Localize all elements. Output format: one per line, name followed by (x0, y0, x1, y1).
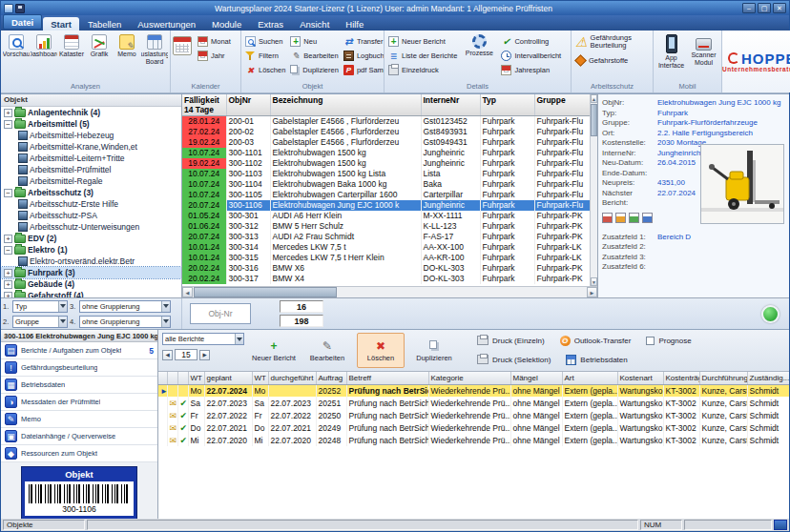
grafik-button[interactable]: Grafik (86, 32, 113, 82)
maximize-button[interactable]: ▢ (758, 3, 771, 13)
tree-leaf-item[interactable]: Arbeitsschutz-Unterweisungen (1, 221, 181, 233)
filtern-button[interactable]: Filtern (243, 50, 287, 62)
col-bezeichnung[interactable]: Bezeichnung (270, 94, 421, 116)
col-faelligkeit[interactable]: Fälligkeit14 Tage (182, 94, 226, 116)
expand-toggle-icon[interactable]: + (4, 292, 12, 298)
expand-toggle-icon[interactable]: + (4, 280, 12, 289)
neu-button[interactable]: Neu (288, 35, 341, 48)
pdf-sammelmappe-button[interactable]: pdf Sammelmappe (342, 64, 385, 76)
col-typ[interactable]: Typ (480, 94, 534, 116)
object-row[interactable]: 19.02.24300-1102Elektrohubwagen 1500 kgJ… (182, 158, 590, 169)
scroll-up-icon[interactable]: ▲ (591, 94, 597, 103)
object-row[interactable]: 10.01.24300-314Mercedes LKW 7,5 tAA-XX-1… (182, 242, 590, 253)
gefahrstoffe-button[interactable]: Gefahrstoffe (573, 53, 630, 68)
tree-folder-item[interactable]: −Arbeitsmittel (5) (1, 118, 181, 130)
gruppierung-select-2[interactable]: ohne Gruppierung (79, 316, 171, 328)
object-row[interactable]: 20.02.24300-316BMW X6DO-KL-303FuhrparkFu… (182, 263, 590, 274)
typ-select[interactable]: Typ (12, 300, 68, 313)
object-row[interactable]: 20.07.24300-313AUDI A2 Frau SchmidtF-AS-… (182, 232, 590, 242)
gruppe-select[interactable]: Gruppe (12, 316, 68, 328)
object-nav-item[interactable]: ▣Dateianhänge / Querverweise (1, 428, 157, 445)
neuer-bericht-button[interactable]: Neuer Bericht (386, 35, 459, 48)
expand-toggle-icon[interactable]: + (4, 269, 12, 277)
print-single-button[interactable]: Druck (Einzeln) (477, 333, 545, 348)
jahr-button[interactable]: Jahr (196, 50, 233, 62)
scrollbar-thumb[interactable] (591, 104, 597, 136)
expand-toggle-icon[interactable]: + (4, 109, 12, 117)
report-row[interactable]: ✉✔Sa22.07.2023Sa22.07.202320251Prüfung n… (158, 397, 789, 409)
report-col-kostentrger[interactable]: Kostenträger (663, 372, 699, 384)
col-objnr[interactable]: ObjNr (226, 94, 270, 116)
app-interface-button[interactable]: App Interface (655, 32, 687, 82)
report-col-durchfhrung[interactable]: Durchführung/... (699, 372, 747, 384)
prozesse-button[interactable]: Prozesse (460, 32, 498, 82)
report-col-art[interactable]: Art (562, 372, 617, 384)
report-row[interactable]: ►Mo22.07.2024Mo20252Prüfung nach BetrSic… (158, 384, 789, 397)
vertical-scrollbar[interactable]: ▲ ▼ (590, 94, 597, 286)
object-row[interactable]: 01.06.24300-312BMW 5 Herr SchulzK-LL-123… (182, 221, 590, 232)
horizontal-scrollbar[interactable]: ◀ ▶ (182, 286, 597, 297)
tab-tabellen[interactable]: Tabellen (80, 17, 129, 31)
object-row[interactable]: 10.07.24300-1103Elektrohubwagen 1500 kg … (182, 169, 590, 179)
object-row[interactable]: 20.07.24300-1106Elektrohubwagen Jung EJC… (182, 200, 590, 211)
col-gruppe[interactable]: Gruppe (534, 94, 590, 116)
tree-folder-item[interactable]: +Gebäude (4) (1, 278, 181, 290)
tree-folder-item[interactable]: −Elektro (1) (1, 244, 181, 256)
report-col-icon[interactable] (167, 372, 177, 384)
betriebsdaten-button[interactable]: Betriebsdaten (566, 352, 627, 367)
page-size-value[interactable]: 15 (175, 349, 198, 360)
tree-folder-item[interactable]: +Fuhrpark (3) (1, 267, 181, 278)
object-row[interactable]: 19.02.24200-03Gabelstapler E4566 , Flurf… (182, 137, 590, 148)
prognose-checkbox[interactable]: Prognose (646, 333, 691, 348)
print-selection-button[interactable]: Druck (Selektion) (477, 352, 551, 367)
expand-toggle-icon[interactable]: − (4, 189, 12, 197)
vorschau-button[interactable]: Vorschau (3, 32, 30, 82)
scanner-modul-button[interactable]: Scanner Modul (688, 32, 719, 82)
object-row[interactable]: 10.07.24300-1104Elektrohubwagen Baka 100… (182, 179, 590, 190)
objnr-search-input[interactable]: Obj-Nr (190, 303, 251, 324)
suchen-button[interactable]: Suchen (243, 35, 287, 48)
col-internenr[interactable]: InterneNr (421, 94, 480, 116)
object-nav-item[interactable]: ▤Berichte / Aufgaben zum Objekt5 (1, 342, 157, 359)
save-icon[interactable] (15, 4, 25, 13)
einzeldruck-button[interactable]: Einzeldruck (386, 64, 459, 76)
gruppierung-select-1[interactable]: ohne Gruppierung (79, 300, 171, 313)
close-button[interactable]: ✕ (773, 3, 786, 13)
outlook-transfer-button[interactable]: OOutlook-Transfer (560, 333, 632, 348)
liste-der-berichte-button[interactable]: Liste der Berichte (386, 50, 459, 62)
dashboard-button[interactable]: Dashboard (31, 32, 57, 82)
transfer-button[interactable]: Transfer (342, 35, 385, 48)
memo-button[interactable]: Memo (114, 32, 140, 82)
report-col-betreff[interactable]: Betreff (346, 372, 428, 384)
bearbeiten-button[interactable]: Bearbeiten (288, 50, 341, 62)
object-row[interactable]: 01.05.24300-301AUDI A6 Herr KleinM-XX-11… (182, 211, 590, 221)
report-col-zustndig[interactable]: Zuständig... (747, 372, 789, 384)
object-nav-item[interactable]: ◆Ressourcen zum Objekt (1, 445, 157, 462)
kataster-button[interactable]: Kataster (58, 32, 85, 82)
report-col-icon[interactable] (158, 372, 167, 384)
scroll-left-icon[interactable]: ◀ (182, 287, 193, 297)
tree-leaf-item[interactable]: Arbeitsschutz-PSA (1, 210, 181, 221)
delete-report-button[interactable]: ✖Löschen (357, 333, 405, 368)
tree-folder-item[interactable]: −Arbeitsschutz (3) (1, 187, 181, 198)
tab-extras[interactable]: Extras (250, 17, 291, 31)
object-row[interactable]: 20.02.24300-317BMW X4DO-KL-303FuhrparkFu… (182, 274, 590, 284)
tree-folder-item[interactable]: +Gefahrstoff (4) (1, 290, 181, 297)
object-nav-item[interactable]: ◑Messdaten der Prüfmittel (1, 394, 157, 411)
report-col-icon[interactable] (177, 372, 188, 384)
report-col-kategorie[interactable]: Kategorie (428, 372, 510, 384)
report-filter-select[interactable]: alle Berichte (162, 333, 244, 345)
tree-leaf-item[interactable]: Arbeitsmittel-Hebezeug (1, 130, 181, 141)
report-row[interactable]: ✉✔Do22.07.2021Do22.07.202120249Prüfung n… (158, 421, 789, 434)
pager-next-icon[interactable]: ▶ (199, 350, 210, 360)
tab-hilfe[interactable]: Hilfe (338, 17, 371, 31)
loeschen-button[interactable]: Löschen (243, 64, 287, 76)
report-col-mngel[interactable]: Mängel (510, 372, 562, 384)
tree-leaf-item[interactable]: Arbeitsmittel-Prüfmittel (1, 164, 181, 175)
minimize-button[interactable]: – (742, 3, 756, 13)
object-nav-item[interactable]: ✎Memo (1, 411, 157, 428)
tree-leaf-item[interactable]: Arbeitsmittel-Regale (1, 175, 181, 187)
gefaehrdungsbeurteilung-button[interactable]: Gefährdungs Beurteilung (573, 32, 651, 51)
object-nav-item[interactable]: ▦Betriebsdaten (1, 377, 157, 394)
object-row[interactable]: 10.07.24300-1105Elektrohubwagen Carterpi… (182, 190, 590, 200)
